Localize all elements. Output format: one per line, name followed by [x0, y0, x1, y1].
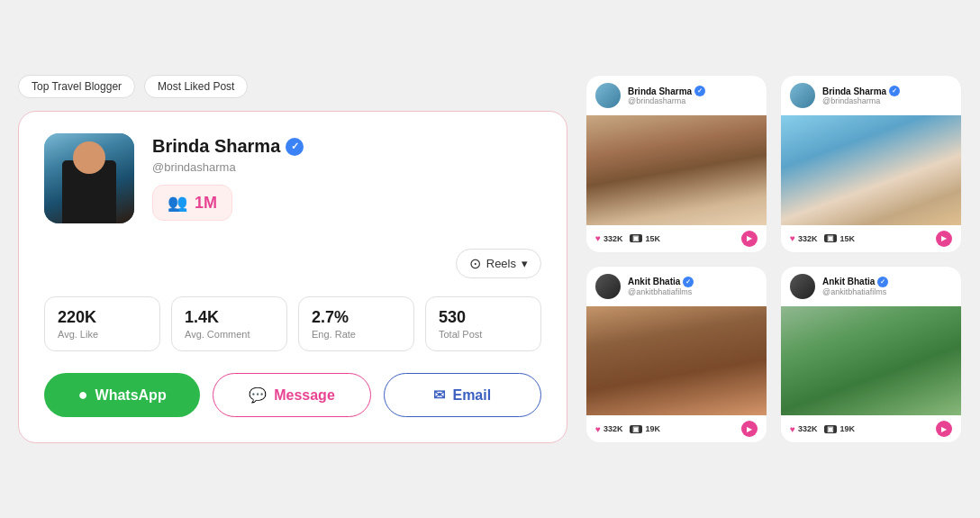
platform-badge[interactable]: ⊙ Reels ▾ [456, 249, 541, 278]
app-container: Top Travel Blogger Most Liked Post Brind… [18, 75, 962, 443]
post-card-3: Ankit Bhatia ✓ @ankitbhatiafilms ♥ 332K … [585, 266, 767, 444]
whatsapp-icon: ● [78, 386, 88, 404]
post-username-1: Brinda Sharma ✓ [628, 86, 758, 96]
post-avatar-2 [790, 83, 815, 108]
email-icon: ✉ [433, 386, 445, 404]
post-user-info-3: Ankit Bhatia ✓ @ankitbhatiafilms [628, 277, 758, 296]
post-username-2: Brinda Sharma ✓ [822, 86, 952, 96]
post-stats-3: ♥ 332K ▣ 19K ▶ [586, 415, 767, 442]
post-user-info-1: Brinda Sharma ✓ @brindasharma [628, 86, 758, 105]
whatsapp-label: WhatsApp [95, 387, 167, 404]
verified-icon: ✓ [286, 138, 304, 156]
post-card-2: Brinda Sharma ✓ @brindasharma ♥ 332K ▣ 1… [780, 75, 962, 253]
film-icon-1: ▣ [630, 234, 642, 242]
avg-comment-value: 1.4K [185, 308, 274, 327]
stat-eng-rate: 2.7% Eng. Rate [298, 296, 414, 351]
post-handle-4: @ankitbhatiafilms [822, 287, 952, 296]
post-image-1 [586, 115, 767, 225]
post-image-2 [781, 115, 961, 225]
avg-comment-label: Avg. Comment [185, 329, 274, 340]
post-views-3: ▣ 19K [630, 424, 660, 433]
stats-row: 220K Avg. Like 1.4K Avg. Comment 2.7% En… [44, 296, 541, 351]
eng-rate-value: 2.7% [312, 308, 401, 327]
profile-top: Brinda Sharma ✓ @brindasharma 👥 1M [44, 133, 541, 223]
post-header-3: Ankit Bhatia ✓ @ankitbhatiafilms [586, 267, 767, 306]
film-icon-3: ▣ [630, 425, 642, 433]
post-likes-4: ♥ 332K [790, 424, 817, 434]
left-panel: Top Travel Blogger Most Liked Post Brind… [18, 75, 567, 443]
avatar [44, 133, 134, 223]
post-img-bg-4 [781, 306, 961, 416]
post-user-info-4: Ankit Bhatia ✓ @ankitbhatiafilms [822, 277, 952, 296]
profile-name: Brinda Sharma [152, 136, 280, 157]
stat-total-post: 530 Total Post [425, 296, 541, 351]
right-panel: Brinda Sharma ✓ @brindasharma ♥ 332K ▣ 1… [585, 75, 962, 443]
heart-icon-2: ♥ [790, 233, 795, 243]
post-header-4: Ankit Bhatia ✓ @ankitbhatiafilms [781, 267, 961, 306]
platform-row: ⊙ Reels ▾ [44, 249, 541, 278]
post-img-bg-1 [586, 115, 767, 225]
post-verified-icon-2: ✓ [889, 86, 900, 96]
chevron-down-icon: ▾ [522, 257, 528, 270]
profile-name-row: Brinda Sharma ✓ [152, 136, 541, 157]
post-verified-icon-3: ✓ [683, 277, 694, 287]
post-views-2: ▣ 15K [824, 234, 855, 243]
film-icon-4: ▣ [824, 425, 837, 433]
message-icon: 💬 [249, 386, 267, 404]
message-button[interactable]: 💬 Message [213, 373, 370, 417]
post-likes-3: ♥ 332K [595, 424, 622, 434]
profile-info: Brinda Sharma ✓ @brindasharma 👥 1M [152, 136, 541, 221]
stat-avg-comment: 1.4K Avg. Comment [171, 296, 287, 351]
post-image-4 [781, 306, 961, 416]
play-icon-3[interactable]: ▶ [741, 421, 758, 437]
post-views-4: ▣ 19K [824, 424, 855, 433]
post-avatar-4 [790, 274, 815, 299]
post-stats-2: ♥ 332K ▣ 15K ▶ [781, 225, 961, 252]
post-card-4: Ankit Bhatia ✓ @ankitbhatiafilms ♥ 332K … [780, 266, 962, 444]
followers-icon: 👥 [168, 193, 187, 213]
post-verified-icon-4: ✓ [877, 277, 888, 287]
tag-top-travel-blogger: Top Travel Blogger [18, 75, 135, 98]
heart-icon-3: ♥ [595, 424, 601, 434]
stat-avg-like: 220K Avg. Like [44, 296, 160, 351]
total-post-label: Total Post [439, 329, 528, 340]
profile-card: Brinda Sharma ✓ @brindasharma 👥 1M ⊙ Ree… [18, 111, 567, 443]
post-avatar-1 [595, 83, 621, 108]
post-views-1: ▣ 15K [630, 234, 660, 243]
avatar-image [44, 133, 134, 223]
film-icon-2: ▣ [824, 234, 837, 242]
play-icon-4[interactable]: ▶ [936, 421, 952, 437]
post-likes-1: ♥ 332K [595, 233, 622, 243]
post-likes-2: ♥ 332K [790, 233, 817, 243]
avg-like-value: 220K [58, 308, 147, 327]
instagram-icon: ⊙ [469, 255, 481, 272]
heart-icon-1: ♥ [595, 233, 601, 243]
post-handle-2: @brindasharma [822, 96, 952, 105]
tags-row: Top Travel Blogger Most Liked Post [18, 75, 567, 98]
play-icon-2[interactable]: ▶ [936, 231, 952, 247]
post-stats-1: ♥ 332K ▣ 15K ▶ [586, 225, 767, 252]
play-icon-1[interactable]: ▶ [741, 231, 758, 247]
post-handle-3: @ankitbhatiafilms [628, 287, 758, 296]
post-verified-icon-1: ✓ [694, 86, 705, 96]
post-handle-1: @brindasharma [628, 96, 758, 105]
actions-row: ● WhatsApp 💬 Message ✉ Email [44, 373, 541, 417]
post-username-4: Ankit Bhatia ✓ [822, 277, 952, 287]
email-button[interactable]: ✉ Email [384, 373, 541, 417]
avg-like-label: Avg. Like [58, 329, 147, 340]
followers-count: 1M [195, 194, 217, 213]
post-header-1: Brinda Sharma ✓ @brindasharma [586, 76, 767, 115]
post-header-2: Brinda Sharma ✓ @brindasharma [781, 76, 961, 115]
post-username-3: Ankit Bhatia ✓ [628, 277, 758, 287]
whatsapp-button[interactable]: ● WhatsApp [44, 373, 200, 417]
post-card-1: Brinda Sharma ✓ @brindasharma ♥ 332K ▣ 1… [585, 75, 767, 253]
post-image-3 [586, 306, 767, 416]
heart-icon-4: ♥ [790, 424, 795, 434]
message-label: Message [274, 387, 335, 404]
platform-label: Reels [486, 257, 516, 270]
eng-rate-label: Eng. Rate [312, 329, 401, 340]
post-stats-4: ♥ 332K ▣ 19K ▶ [781, 415, 961, 442]
tag-most-liked-post: Most Liked Post [144, 75, 248, 98]
post-user-info-2: Brinda Sharma ✓ @brindasharma [822, 86, 952, 105]
profile-handle: @brindasharma [152, 160, 541, 174]
